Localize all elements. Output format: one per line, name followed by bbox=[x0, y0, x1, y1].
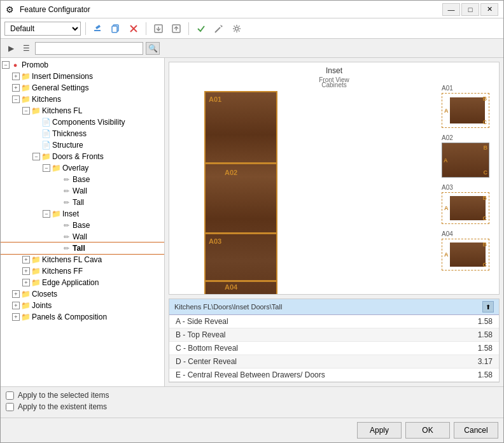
settings-icon-button[interactable] bbox=[229, 21, 244, 36]
icon-kitchens: 📁 bbox=[21, 95, 30, 104]
expander-inset[interactable]: − bbox=[43, 210, 50, 218]
tree-item-inset[interactable]: − 📁 Inset bbox=[1, 208, 164, 220]
thumb-a01-letter-c: C bbox=[483, 119, 487, 125]
expander-kitchens-ff[interactable]: + bbox=[22, 267, 30, 275]
svg-point-12 bbox=[235, 27, 239, 30]
properties-collapse-button[interactable]: ⬆ bbox=[482, 301, 494, 313]
expander-kitchens-fl[interactable]: − bbox=[22, 107, 30, 115]
label-overlay-base: Base bbox=[73, 175, 90, 184]
properties-header-text: Kitchens FL\Doors\Inset Doors\Tall bbox=[174, 303, 282, 311]
properties-panel: Kitchens FL\Doors\Inset Doors\Tall ⬆ A -… bbox=[169, 299, 500, 383]
search-expand-icon[interactable]: ▶ bbox=[4, 42, 17, 55]
export-icon-button[interactable] bbox=[169, 21, 184, 36]
expander-joints[interactable]: + bbox=[12, 302, 20, 309]
profile-select[interactable]: Default bbox=[4, 22, 81, 36]
tree-item-joints[interactable]: + 📁 Joints bbox=[1, 300, 164, 311]
tree-item-promob[interactable]: − ● Promob bbox=[1, 59, 164, 71]
tree-item-thickness[interactable]: 📄 Thickness bbox=[1, 128, 164, 139]
cabinet-a04-label: A04 bbox=[225, 283, 237, 291]
tree-item-overlay[interactable]: − 📁 Overlay bbox=[1, 162, 164, 174]
prop-value-d: 3.17 bbox=[400, 355, 499, 369]
icon-inset-base: ✏ bbox=[62, 221, 71, 230]
apply-existent-label: Apply to the existent items bbox=[18, 402, 107, 411]
expander-panels-composition[interactable]: + bbox=[12, 313, 20, 321]
tree-item-structure[interactable]: 📄 Structure bbox=[1, 139, 164, 151]
import-icon-button[interactable] bbox=[151, 21, 166, 36]
delete-icon-button[interactable] bbox=[126, 21, 141, 36]
search-go-button[interactable]: 🔍 bbox=[146, 42, 160, 55]
toolbar: Default bbox=[1, 18, 503, 39]
app-icon: ⚙ bbox=[6, 4, 16, 15]
table-row: C - Bottom Reveal 1.58 bbox=[169, 342, 499, 355]
cabinet-a02-label: A02 bbox=[225, 169, 237, 176]
svg-rect-0 bbox=[94, 30, 101, 31]
preview-area: Inset Front View Cabinets A01 A02 A03 bbox=[169, 62, 500, 295]
expander-closets[interactable]: + bbox=[12, 290, 20, 298]
close-button[interactable]: ✕ bbox=[480, 3, 498, 16]
maximize-button[interactable]: □ bbox=[461, 3, 479, 16]
tree-item-inset-base[interactable]: ✏ Base bbox=[1, 220, 164, 231]
tree-item-kitchens-fl[interactable]: − 📁 Kitchens FL bbox=[1, 105, 164, 116]
toolbar-dropdown[interactable]: Default bbox=[4, 22, 81, 36]
apply-button[interactable]: Apply bbox=[357, 422, 402, 439]
icon-closets: 📁 bbox=[21, 290, 30, 299]
tree-item-kitchens[interactable]: − 📁 Kitchens bbox=[1, 94, 164, 105]
tree-item-closets[interactable]: + 📁 Closets bbox=[1, 288, 164, 300]
ok-button[interactable]: OK bbox=[405, 422, 450, 439]
tree-item-panels-composition[interactable]: + 📁 Panels & Composition bbox=[1, 311, 164, 323]
expander-structure bbox=[32, 141, 40, 149]
expander-inset-base bbox=[53, 222, 60, 229]
expander-general-settings[interactable]: + bbox=[12, 84, 20, 92]
label-kitchens-fl: Kitchens FL bbox=[42, 106, 82, 115]
copy-icon-button[interactable] bbox=[108, 21, 123, 36]
main-content: − ● Promob + 📁 Insert Dimensions + 📁 Gen… bbox=[1, 58, 503, 386]
tree-item-overlay-wall[interactable]: ✏ Wall bbox=[1, 185, 164, 197]
tree-item-inset-tall[interactable]: ✏ Tall bbox=[1, 243, 164, 254]
expander-doors-fronts[interactable]: − bbox=[32, 153, 40, 160]
icon-overlay-base: ✏ bbox=[62, 175, 71, 184]
icon-overlay-wall: ✏ bbox=[62, 186, 71, 195]
expander-edge-application[interactable]: + bbox=[22, 279, 30, 286]
search-input[interactable] bbox=[35, 42, 143, 55]
cancel-button[interactable]: Cancel bbox=[454, 422, 498, 439]
expander-overlay[interactable]: − bbox=[43, 164, 50, 172]
side-thumb-a01: A01 A B C bbox=[442, 85, 489, 128]
tree-item-general-settings[interactable]: + 📁 General Settings bbox=[1, 82, 164, 94]
tree-item-components-visibility[interactable]: 📄 Components Visibility bbox=[1, 116, 164, 128]
icon-inset: 📁 bbox=[52, 209, 60, 218]
label-overlay-wall: Wall bbox=[73, 186, 87, 195]
label-joints: Joints bbox=[32, 301, 52, 310]
apply-selected-checkbox[interactable] bbox=[6, 391, 14, 400]
thumb-a04-box: A B C bbox=[442, 239, 489, 271]
tree-item-edge-application[interactable]: + 📁 Edge Application bbox=[1, 277, 164, 288]
tree-panel: − ● Promob + 📁 Insert Dimensions + 📁 Gen… bbox=[1, 58, 165, 386]
side-thumb-a03: A03 A B C bbox=[442, 184, 489, 224]
tree-item-overlay-tall[interactable]: ✏ Tall bbox=[1, 197, 164, 208]
label-doors-fronts: Doors & Fronts bbox=[52, 152, 104, 161]
edit-icon-button[interactable] bbox=[90, 21, 106, 36]
apply-existent-checkbox[interactable] bbox=[6, 403, 14, 411]
tree-item-inset-wall[interactable]: ✏ Wall bbox=[1, 231, 164, 243]
wand-icon-button[interactable] bbox=[211, 21, 227, 36]
thumb-a03-letter-c: C bbox=[483, 215, 487, 222]
prop-label-d: D - Center Reveal bbox=[169, 355, 400, 369]
label-kitchens-fl-cava: Kitchens FL Cava bbox=[42, 255, 102, 264]
search-list-icon[interactable]: ☰ bbox=[20, 42, 32, 55]
tree-item-overlay-base[interactable]: ✏ Base bbox=[1, 174, 164, 185]
expander-kitchens[interactable]: − bbox=[12, 95, 20, 103]
minimize-button[interactable]: — bbox=[442, 3, 460, 16]
expander-promob[interactable]: − bbox=[2, 61, 10, 69]
icon-inset-tall: ✏ bbox=[62, 244, 71, 253]
expander-insert-dimensions[interactable]: + bbox=[12, 73, 20, 80]
action-buttons: Apply OK Cancel bbox=[1, 418, 503, 442]
icon-components-visibility: 📄 bbox=[41, 118, 50, 127]
tree-item-doors-fronts[interactable]: − 📁 Doors & Fronts bbox=[1, 151, 164, 162]
tree-item-kitchens-fl-cava[interactable]: + 📁 Kitchens FL Cava bbox=[1, 254, 164, 265]
checkmark-icon-button[interactable] bbox=[193, 21, 209, 36]
prop-value-c: 1.58 bbox=[400, 342, 499, 355]
expander-kitchens-fl-cava[interactable]: + bbox=[22, 256, 30, 264]
tree-item-kitchens-ff[interactable]: + 📁 Kitchens FF bbox=[1, 265, 164, 277]
label-promob: Promob bbox=[22, 60, 48, 69]
tree-item-insert-dimensions[interactable]: + 📁 Insert Dimensions bbox=[1, 71, 164, 82]
label-kitchens: Kitchens bbox=[32, 95, 61, 104]
